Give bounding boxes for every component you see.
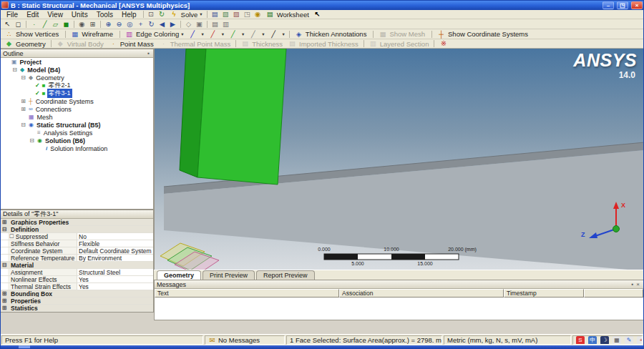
section-definition[interactable]: ⊟ Definition (1, 226, 153, 233)
solve-dropdown-arrow[interactable]: ▾ (199, 11, 203, 17)
display-toggle[interactable] (119, 31, 120, 38)
menu-item[interactable]: Edit (22, 10, 43, 19)
chinese-mode-icon[interactable]: 中 (588, 336, 597, 345)
display-toggle[interactable] (65, 31, 66, 38)
section-expander-icon[interactable]: ⊞ (1, 219, 8, 226)
menu-item[interactable]: File (2, 10, 22, 19)
annotation-icon[interactable]: ◉ (253, 10, 263, 19)
next-view-icon[interactable]: ▶ (167, 20, 178, 29)
selection-mode-icon[interactable]: ⊞ (87, 20, 98, 29)
tree-expander-icon[interactable]: ⊞ (20, 98, 26, 104)
section-expander-icon[interactable]: ⊟ (1, 262, 8, 269)
tree-item-connections[interactable]: ⊞ Connections (1, 105, 153, 113)
tool-icon[interactable]: + (637, 336, 643, 345)
display-toggle[interactable] (373, 31, 374, 38)
section-expander-icon[interactable]: ⊞ (1, 298, 8, 305)
moon-icon[interactable]: ☽ (600, 336, 609, 345)
menu-item[interactable]: Tools (92, 10, 117, 19)
section-properties[interactable]: ⊞ Properties (1, 298, 153, 305)
tree-expander-icon[interactable]: ⊟ (11, 67, 18, 73)
rotate-icon[interactable]: ↻ (146, 20, 157, 29)
vertex-filter-icon[interactable]: ∙ (29, 20, 39, 29)
pin-icon[interactable]: ▪ (146, 50, 151, 56)
display-toggle[interactable] (431, 31, 432, 38)
tab-geometry[interactable]: Geometry (157, 270, 201, 280)
imported-thickness-button[interactable]: ▤ Imported Thickness (286, 39, 361, 48)
zoom-out-icon[interactable]: ⊖ (114, 20, 125, 29)
section-expander-icon[interactable]: ⊞ (1, 290, 8, 298)
viewports-icon[interactable]: ▥ (220, 20, 231, 29)
commands-button[interactable]: ※ (436, 39, 453, 48)
point-mass-button[interactable]: ∙ Point Mass (107, 39, 157, 48)
section-plane-icon[interactable]: ◳ (242, 10, 253, 19)
section-statistics[interactable]: ⊞ Statistics (1, 305, 153, 312)
tree-item-coordinate-systems[interactable]: ⊞ Coordinate Systems (1, 97, 153, 105)
virtual-body-button[interactable]: ◆ Virtual Body (54, 39, 107, 48)
section-expander-icon[interactable]: ⊟ (1, 226, 8, 233)
edge-blue-dropdown[interactable]: ╱ ▾ (186, 30, 206, 39)
toolbar-icon[interactable] (100, 21, 101, 28)
keyboard-icon[interactable]: ▦ (613, 336, 621, 345)
context-button[interactable] (364, 40, 364, 47)
pen-icon[interactable]: ✎ (625, 336, 633, 345)
face-filter-icon[interactable]: ▱ (50, 20, 61, 29)
detail-value[interactable]: Flexible (77, 240, 153, 247)
messages-list[interactable] (155, 298, 643, 320)
show-coordinate-systems-toggle[interactable]: ┼ Show Coordinate Systems (434, 30, 532, 39)
image-capture-icon[interactable]: ▧ (220, 10, 231, 19)
section-expander-icon[interactable]: ⊞ (1, 305, 8, 312)
tree-expander-icon[interactable]: ⊟ (20, 122, 26, 128)
toolbar-icon[interactable] (26, 21, 26, 28)
edge-gray-dropdown[interactable]: ╱ ▾ (246, 30, 266, 39)
previous-view-icon[interactable]: ◀ (157, 20, 167, 29)
toolbar-icon[interactable] (74, 21, 74, 28)
thermal-point-mass-button[interactable]: ∙ Thermal Point Mass (157, 39, 233, 48)
section-graphics-properties[interactable]: ⊞ Graphics Properties (1, 219, 153, 226)
close-button[interactable]: × (631, 1, 643, 9)
detail-value[interactable]: Default Coordinate System (77, 247, 153, 255)
tree-item-static-structural[interactable]: ⊟ Static Structural (B5) (1, 121, 153, 129)
pin-icon[interactable]: ▪ (630, 281, 635, 287)
row-suppressed[interactable]: ☐ Suppressed No (1, 233, 153, 240)
edge-green-dropdown[interactable]: ╱ ▾ (226, 30, 246, 39)
restore-button[interactable]: ◳ (617, 1, 628, 9)
tree-item-analysis-settings[interactable]: Analysis Settings (1, 129, 153, 137)
solve-button[interactable]: ϟ Solve ▾ (167, 10, 205, 19)
select-pointer-icon[interactable]: ↖ (2, 20, 13, 29)
tree-expander-icon[interactable]: ⊟ (29, 137, 35, 144)
tab-print-preview[interactable]: Print Preview (203, 270, 255, 280)
menu-item[interactable]: Help (117, 10, 141, 19)
graphics-viewport[interactable]: 0.000 10.000 20.000 (mm) 5.000 15.000 X … (154, 49, 644, 270)
row-thermal-strain-effects[interactable]: Thermal Strain Effects Yes (1, 283, 153, 290)
toolbar-icon[interactable] (180, 21, 181, 28)
edge-coloring-dropdown[interactable]: ▥ Edge Coloring ▾ (122, 30, 185, 39)
detail-value[interactable]: By Environment (77, 255, 153, 262)
pan-icon[interactable]: + (135, 20, 146, 29)
context-button[interactable] (235, 40, 236, 47)
pointer-tool-icon[interactable]: ↖ (312, 10, 323, 19)
tree-item-model[interactable]: ⊟ Model (B4) (1, 66, 153, 74)
row-assignment[interactable]: Assignment Structural Steel (1, 269, 153, 276)
detail-value[interactable]: No (77, 233, 153, 240)
menu-item[interactable]: Units (67, 10, 92, 19)
section-plane-stack[interactable] (160, 243, 219, 270)
taskbar-button[interactable] (19, 345, 30, 348)
context-button[interactable] (434, 40, 434, 47)
part-box-front-face[interactable] (197, 49, 286, 185)
layered-section-button[interactable]: ▥ Layered Section (366, 39, 432, 48)
status-messages[interactable]: ✉ No Messages (205, 335, 285, 345)
tree-item-geometry[interactable]: ⊟ Geometry (1, 74, 153, 82)
detail-value[interactable]: Structural Steel (77, 269, 153, 276)
detail-value[interactable]: Yes (77, 283, 153, 290)
tree-item-mesh[interactable]: Mesh (1, 113, 153, 121)
show-mesh-toggle[interactable]: ▦ Show Mesh (376, 30, 429, 39)
edge-filter-icon[interactable]: ╱ (39, 20, 50, 29)
close-icon[interactable]: × (635, 281, 641, 287)
new-chart-icon[interactable]: ▤ (210, 10, 220, 19)
section-material[interactable]: ⊟ Material (1, 262, 153, 269)
manage-views-icon[interactable]: ▤ (210, 20, 220, 29)
detail-value[interactable]: Yes (77, 276, 153, 283)
menu-item[interactable]: View (43, 10, 67, 19)
report-icon[interactable]: ▨ (231, 10, 242, 19)
edge-black-dropdown[interactable]: ╱ ▾ (267, 30, 287, 39)
